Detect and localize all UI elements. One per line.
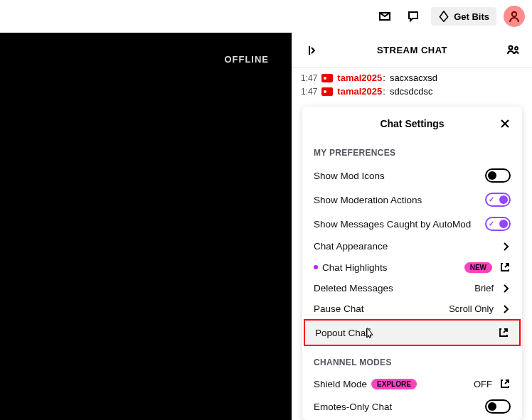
row-label: Show Mod Icons xyxy=(314,171,385,181)
whispers-icon[interactable] xyxy=(403,6,424,27)
broadcaster-icon xyxy=(321,87,333,96)
highlight-dot-icon xyxy=(314,265,318,269)
broadcaster-icon xyxy=(321,74,333,82)
community-icon[interactable] xyxy=(502,40,523,61)
msg-time: 1:47 xyxy=(301,73,317,83)
chat-settings-panel: Chat Settings MY PREFERENCES Show Mod Ic… xyxy=(302,107,522,420)
inbox-icon[interactable] xyxy=(374,6,395,27)
msg-username[interactable]: tamal2025 xyxy=(337,72,385,83)
msg-text: sacxsacxsd xyxy=(390,72,437,83)
row-deleted-messages[interactable]: Deleted Messages Brief xyxy=(302,278,522,298)
chat-messages: 1:47 tamal2025 sacxsacxsd 1:47 tamal2025… xyxy=(292,68,532,104)
msg-time: 1:47 xyxy=(301,87,317,97)
row-label: Pause Chat xyxy=(314,303,364,314)
person-icon xyxy=(507,9,521,23)
video-player-area: OFFLINE xyxy=(0,33,292,420)
row-label: Chat Appearance xyxy=(314,241,388,252)
toggle-emotes-only[interactable] xyxy=(485,399,511,414)
row-label: Chat Highlights xyxy=(322,262,388,273)
row-chat-highlights[interactable]: Chat Highlights NEW xyxy=(302,257,522,278)
chevron-right-icon xyxy=(501,284,511,294)
top-bar: Get Bits xyxy=(0,0,532,33)
row-show-mod-icons[interactable]: Show Mod Icons xyxy=(302,163,522,188)
row-shield-mode[interactable]: Shield Mode EXPLORE OFF xyxy=(302,373,522,394)
row-label: Deleted Messages xyxy=(314,283,393,294)
msg-username[interactable]: tamal2025 xyxy=(337,86,385,97)
chevron-right-icon xyxy=(501,304,511,314)
section-channel-modes: CHANNEL MODES xyxy=(302,346,522,373)
row-label: Emotes-Only Chat xyxy=(314,402,392,412)
chat-message: 1:47 tamal2025 sacxsacxsd xyxy=(301,72,523,83)
popout-icon xyxy=(499,262,511,273)
row-popout-chat[interactable]: Popout Chat xyxy=(304,319,521,346)
get-bits-label: Get Bits xyxy=(454,11,489,22)
collapse-chat-icon[interactable] xyxy=(301,40,322,61)
popout-icon xyxy=(499,378,511,389)
new-badge: NEW xyxy=(464,262,492,273)
toggle-mod-icons[interactable] xyxy=(485,168,511,183)
svg-point-1 xyxy=(509,45,513,49)
row-label: Show Messages Caught by AutoMod xyxy=(314,219,471,230)
row-label: Shield Mode xyxy=(314,379,367,389)
row-value: Scroll Only xyxy=(449,303,494,314)
svg-point-0 xyxy=(512,12,516,16)
chat-message: 1:47 tamal2025 sdcsdcdsc xyxy=(301,86,523,97)
row-show-automod[interactable]: Show Messages Caught by AutoMod ✓ xyxy=(302,212,522,236)
row-show-mod-actions[interactable]: Show Moderation Actions ✓ xyxy=(302,188,522,212)
chevron-right-icon xyxy=(501,242,511,252)
row-label: Show Moderation Actions xyxy=(314,195,422,205)
panel-title: Chat Settings xyxy=(380,118,444,129)
row-value: Brief xyxy=(474,283,494,294)
row-label: Popout Chat xyxy=(315,328,368,338)
user-avatar[interactable] xyxy=(504,6,525,27)
row-chat-appearance[interactable]: Chat Appearance xyxy=(302,236,522,257)
toggle-mod-actions[interactable]: ✓ xyxy=(485,193,511,207)
explore-badge: EXPLORE xyxy=(371,379,417,389)
section-my-preferences: MY PREFERENCES xyxy=(302,136,522,163)
close-icon xyxy=(499,118,511,129)
offline-label: OFFLINE xyxy=(224,54,269,65)
row-pause-chat[interactable]: Pause Chat Scroll Only xyxy=(302,298,522,319)
close-button[interactable] xyxy=(499,118,511,129)
chat-header: STREAM CHAT xyxy=(292,33,532,68)
popout-icon xyxy=(498,327,509,338)
msg-text: sdcsdcdsc xyxy=(390,86,433,97)
chat-title: STREAM CHAT xyxy=(322,45,502,55)
svg-point-2 xyxy=(515,47,518,50)
row-value: OFF xyxy=(474,379,492,389)
toggle-automod[interactable]: ✓ xyxy=(485,217,511,231)
get-bits-button[interactable]: Get Bits xyxy=(431,7,496,26)
chat-column: STREAM CHAT 1:47 tamal2025 sacxsacxsd 1:… xyxy=(292,33,532,420)
row-emotes-only[interactable]: Emotes-Only Chat xyxy=(302,394,522,419)
bits-icon xyxy=(438,11,449,22)
